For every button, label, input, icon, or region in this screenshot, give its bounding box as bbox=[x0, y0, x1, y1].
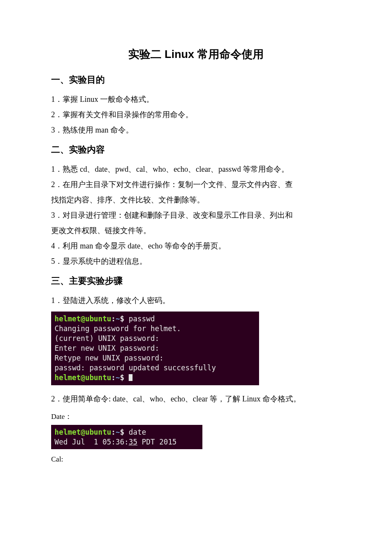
document-page: 实验二 Linux 常用命令使用 一、实验目的 1．掌握 Linux 一般命令格… bbox=[0, 0, 392, 492]
terminal-output: Changing password for helmet. bbox=[55, 324, 256, 334]
cal-label: Cal: bbox=[51, 455, 341, 464]
document-title: 实验二 Linux 常用命令使用 bbox=[51, 47, 341, 62]
sec3-step-1: 1．登陆进入系统，修改个人密码。 bbox=[51, 293, 341, 308]
prompt-user: helmet@ubuntu bbox=[55, 428, 111, 436]
terminal-date: helmet@ubuntu:~$ date Wed Jul 1 05:36:35… bbox=[51, 425, 202, 450]
prompt-colon: : bbox=[111, 373, 115, 382]
terminal-output: Retype new UNIX password: bbox=[55, 353, 256, 363]
sec2-item-1: 1．熟悉 cd、date、pwd、cal、who、echo、clear、pass… bbox=[51, 162, 341, 177]
sec2-item-3b: 更改文件权限、链接文件等。 bbox=[51, 223, 341, 238]
terminal-output: Enter new UNIX password: bbox=[55, 343, 256, 353]
sec1-item-3: 3．熟练使用 man 命令。 bbox=[51, 122, 341, 138]
prompt-user: helmet@ubuntu bbox=[55, 315, 111, 323]
prompt-path: ~ bbox=[115, 373, 120, 382]
prompt-path: ~ bbox=[115, 315, 120, 323]
date-part-b: 35 bbox=[129, 438, 137, 446]
section-2-heading: 二、实验内容 bbox=[51, 144, 341, 156]
terminal-output: (current) UNIX password: bbox=[55, 334, 256, 343]
command-text: passwd bbox=[129, 315, 155, 323]
date-part-a: Wed Jul 1 05:36: bbox=[55, 438, 129, 446]
sec2-item-4: 4．利用 man 命令显示 date、echo 等命令的手册页。 bbox=[51, 238, 341, 254]
sec3-step-2: 2．使用简单命令: date、cal、who、echo、clear 等，了解 L… bbox=[51, 391, 341, 407]
prompt-colon: : bbox=[111, 428, 115, 436]
command-text: date bbox=[129, 428, 146, 436]
terminal-output: passwd: password updated successfully bbox=[55, 363, 256, 373]
sec2-item-3a: 3．对目录进行管理：创建和删除子目录、改变和显示工作目录、列出和 bbox=[51, 208, 341, 223]
section-1-heading: 一、实验目的 bbox=[51, 74, 341, 86]
sec2-item-2b: 找指定内容、排序、文件比较、文件删除等。 bbox=[51, 192, 341, 208]
sec2-item-5: 5．显示系统中的进程信息。 bbox=[51, 254, 341, 269]
section-3-heading: 三、主要实验步骤 bbox=[51, 275, 341, 287]
terminal-output: Wed Jul 1 05:36:35 PDT 2015 bbox=[55, 437, 199, 447]
prompt-dollar: $ bbox=[120, 315, 129, 323]
date-part-c: PDT 2015 bbox=[137, 438, 176, 446]
terminal-passwd: helmet@ubuntu:~$ passwd Changing passwor… bbox=[51, 312, 259, 385]
prompt-dollar: $ bbox=[120, 428, 129, 436]
prompt-user: helmet@ubuntu bbox=[55, 373, 111, 382]
sec1-item-2: 2．掌握有关文件和目录操作的常用命令。 bbox=[51, 107, 341, 122]
sec1-item-1: 1．掌握 Linux 一般命令格式。 bbox=[51, 92, 341, 107]
terminal-line: helmet@ubuntu:~$ date bbox=[55, 427, 199, 437]
terminal-line: helmet@ubuntu:~$ bbox=[55, 373, 256, 383]
prompt-colon: : bbox=[111, 315, 115, 323]
prompt-dollar: $ bbox=[120, 373, 129, 382]
prompt-path: ~ bbox=[115, 428, 120, 436]
sec2-item-2a: 2．在用户主目录下对文件进行操作：复制一个文件、显示文件内容、查 bbox=[51, 177, 341, 192]
cursor-icon bbox=[129, 374, 133, 381]
date-label: Date： bbox=[51, 412, 341, 421]
terminal-line: helmet@ubuntu:~$ passwd bbox=[55, 314, 256, 324]
